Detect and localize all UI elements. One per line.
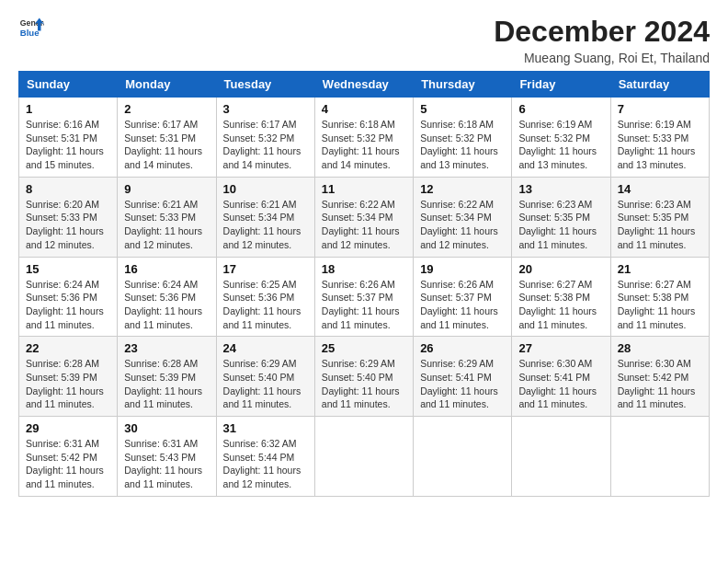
calendar-week-3: 15 Sunrise: 6:24 AMSunset: 5:36 PMDaylig… — [19, 257, 710, 337]
calendar-cell: 16 Sunrise: 6:24 AMSunset: 5:36 PMDaylig… — [118, 257, 216, 337]
day-info: Sunrise: 6:19 AMSunset: 5:33 PMDaylight:… — [618, 118, 702, 172]
calendar-cell: 9 Sunrise: 6:21 AMSunset: 5:33 PMDayligh… — [118, 177, 216, 257]
day-info: Sunrise: 6:16 AMSunset: 5:31 PMDaylight:… — [26, 118, 110, 172]
day-info: Sunrise: 6:27 AMSunset: 5:38 PMDaylight:… — [618, 278, 702, 332]
day-number: 10 — [223, 182, 308, 196]
calendar-cell: 28 Sunrise: 6:30 AMSunset: 5:42 PMDaylig… — [610, 337, 709, 417]
day-number: 29 — [26, 421, 110, 435]
column-header-friday: Friday — [512, 72, 610, 98]
calendar-cell: 29 Sunrise: 6:31 AMSunset: 5:42 PMDaylig… — [19, 417, 118, 497]
column-header-sunday: Sunday — [19, 72, 118, 98]
day-info: Sunrise: 6:18 AMSunset: 5:32 PMDaylight:… — [420, 118, 505, 172]
calendar-cell: 25 Sunrise: 6:29 AMSunset: 5:40 PMDaylig… — [314, 337, 413, 417]
logo: General Blue — [18, 15, 44, 40]
day-info: Sunrise: 6:30 AMSunset: 5:41 PMDaylight:… — [518, 357, 603, 411]
day-info: Sunrise: 6:18 AMSunset: 5:32 PMDaylight:… — [322, 118, 406, 172]
calendar-cell: 14 Sunrise: 6:23 AMSunset: 5:35 PMDaylig… — [610, 177, 709, 257]
day-number: 8 — [26, 182, 110, 196]
calendar-cell: 23 Sunrise: 6:28 AMSunset: 5:39 PMDaylig… — [118, 337, 216, 417]
day-number: 12 — [420, 182, 505, 196]
day-number: 13 — [518, 182, 603, 196]
day-info: Sunrise: 6:25 AMSunset: 5:36 PMDaylight:… — [223, 278, 308, 332]
calendar-cell: 11 Sunrise: 6:22 AMSunset: 5:34 PMDaylig… — [314, 177, 413, 257]
day-number: 18 — [322, 262, 406, 276]
calendar-cell: 30 Sunrise: 6:31 AMSunset: 5:43 PMDaylig… — [118, 417, 216, 497]
day-number: 17 — [223, 262, 308, 276]
day-info: Sunrise: 6:23 AMSunset: 5:35 PMDaylight:… — [618, 198, 702, 252]
day-info: Sunrise: 6:17 AMSunset: 5:32 PMDaylight:… — [223, 118, 308, 172]
calendar-cell: 6 Sunrise: 6:19 AMSunset: 5:32 PMDayligh… — [512, 98, 610, 178]
calendar-table: SundayMondayTuesdayWednesdayThursdayFrid… — [18, 71, 710, 497]
day-number: 7 — [618, 102, 702, 116]
day-number: 16 — [124, 262, 209, 276]
day-number: 24 — [223, 341, 308, 355]
day-info: Sunrise: 6:31 AMSunset: 5:42 PMDaylight:… — [26, 437, 110, 491]
day-number: 30 — [124, 421, 209, 435]
day-number: 6 — [518, 102, 603, 116]
page-header: General Blue December 2024 Mueang Suang,… — [18, 15, 710, 65]
day-number: 21 — [618, 262, 702, 276]
day-number: 4 — [322, 102, 406, 116]
calendar-week-4: 22 Sunrise: 6:28 AMSunset: 5:39 PMDaylig… — [19, 337, 710, 417]
calendar-cell: 22 Sunrise: 6:28 AMSunset: 5:39 PMDaylig… — [19, 337, 118, 417]
calendar-cell: 26 Sunrise: 6:29 AMSunset: 5:41 PMDaylig… — [414, 337, 512, 417]
column-header-saturday: Saturday — [610, 72, 709, 98]
day-number: 14 — [618, 182, 702, 196]
calendar-cell: 21 Sunrise: 6:27 AMSunset: 5:38 PMDaylig… — [610, 257, 709, 337]
column-header-thursday: Thursday — [414, 72, 512, 98]
calendar-cell: 19 Sunrise: 6:26 AMSunset: 5:37 PMDaylig… — [414, 257, 512, 337]
calendar-cell — [610, 417, 709, 497]
day-info: Sunrise: 6:27 AMSunset: 5:38 PMDaylight:… — [518, 278, 603, 332]
calendar-week-5: 29 Sunrise: 6:31 AMSunset: 5:42 PMDaylig… — [19, 417, 710, 497]
calendar-cell: 27 Sunrise: 6:30 AMSunset: 5:41 PMDaylig… — [512, 337, 610, 417]
day-number: 31 — [223, 421, 308, 435]
calendar-cell: 10 Sunrise: 6:21 AMSunset: 5:34 PMDaylig… — [216, 177, 314, 257]
calendar-cell: 17 Sunrise: 6:25 AMSunset: 5:36 PMDaylig… — [216, 257, 314, 337]
svg-text:Blue: Blue — [20, 28, 40, 38]
calendar-cell: 3 Sunrise: 6:17 AMSunset: 5:32 PMDayligh… — [216, 98, 314, 178]
day-info: Sunrise: 6:31 AMSunset: 5:43 PMDaylight:… — [124, 437, 209, 491]
calendar-cell: 12 Sunrise: 6:22 AMSunset: 5:34 PMDaylig… — [414, 177, 512, 257]
calendar-week-2: 8 Sunrise: 6:20 AMSunset: 5:33 PMDayligh… — [19, 177, 710, 257]
calendar-week-1: 1 Sunrise: 6:16 AMSunset: 5:31 PMDayligh… — [19, 98, 710, 178]
calendar-cell — [314, 417, 413, 497]
day-info: Sunrise: 6:22 AMSunset: 5:34 PMDaylight:… — [322, 198, 406, 252]
calendar-cell: 31 Sunrise: 6:32 AMSunset: 5:44 PMDaylig… — [216, 417, 314, 497]
day-number: 20 — [518, 262, 603, 276]
title-area: December 2024 Mueang Suang, Roi Et, Thai… — [494, 15, 710, 65]
calendar-cell: 2 Sunrise: 6:17 AMSunset: 5:31 PMDayligh… — [118, 98, 216, 178]
day-number: 27 — [518, 341, 603, 355]
calendar-cell: 15 Sunrise: 6:24 AMSunset: 5:36 PMDaylig… — [19, 257, 118, 337]
day-info: Sunrise: 6:30 AMSunset: 5:42 PMDaylight:… — [618, 357, 702, 411]
day-number: 9 — [124, 182, 209, 196]
month-title: December 2024 — [494, 15, 710, 49]
location: Mueang Suang, Roi Et, Thailand — [494, 51, 710, 65]
day-info: Sunrise: 6:17 AMSunset: 5:31 PMDaylight:… — [124, 118, 209, 172]
day-info: Sunrise: 6:22 AMSunset: 5:34 PMDaylight:… — [420, 198, 505, 252]
day-info: Sunrise: 6:28 AMSunset: 5:39 PMDaylight:… — [26, 357, 110, 411]
calendar-cell — [512, 417, 610, 497]
day-info: Sunrise: 6:29 AMSunset: 5:40 PMDaylight:… — [322, 357, 406, 411]
calendar-cell: 7 Sunrise: 6:19 AMSunset: 5:33 PMDayligh… — [610, 98, 709, 178]
day-info: Sunrise: 6:24 AMSunset: 5:36 PMDaylight:… — [124, 278, 209, 332]
day-number: 26 — [420, 341, 505, 355]
logo-icon: General Blue — [18, 15, 44, 40]
day-info: Sunrise: 6:32 AMSunset: 5:44 PMDaylight:… — [223, 437, 308, 491]
day-info: Sunrise: 6:29 AMSunset: 5:40 PMDaylight:… — [223, 357, 308, 411]
day-number: 1 — [26, 102, 110, 116]
day-info: Sunrise: 6:20 AMSunset: 5:33 PMDaylight:… — [26, 198, 110, 252]
column-header-wednesday: Wednesday — [314, 72, 413, 98]
day-number: 22 — [26, 341, 110, 355]
calendar-header-row: SundayMondayTuesdayWednesdayThursdayFrid… — [19, 72, 710, 98]
calendar-cell: 18 Sunrise: 6:26 AMSunset: 5:37 PMDaylig… — [314, 257, 413, 337]
calendar-cell: 20 Sunrise: 6:27 AMSunset: 5:38 PMDaylig… — [512, 257, 610, 337]
day-number: 2 — [124, 102, 209, 116]
calendar-cell: 8 Sunrise: 6:20 AMSunset: 5:33 PMDayligh… — [19, 177, 118, 257]
day-number: 28 — [618, 341, 702, 355]
day-number: 25 — [322, 341, 406, 355]
day-info: Sunrise: 6:26 AMSunset: 5:37 PMDaylight:… — [322, 278, 406, 332]
day-number: 19 — [420, 262, 505, 276]
calendar-cell: 13 Sunrise: 6:23 AMSunset: 5:35 PMDaylig… — [512, 177, 610, 257]
day-number: 11 — [322, 182, 406, 196]
day-info: Sunrise: 6:19 AMSunset: 5:32 PMDaylight:… — [518, 118, 603, 172]
